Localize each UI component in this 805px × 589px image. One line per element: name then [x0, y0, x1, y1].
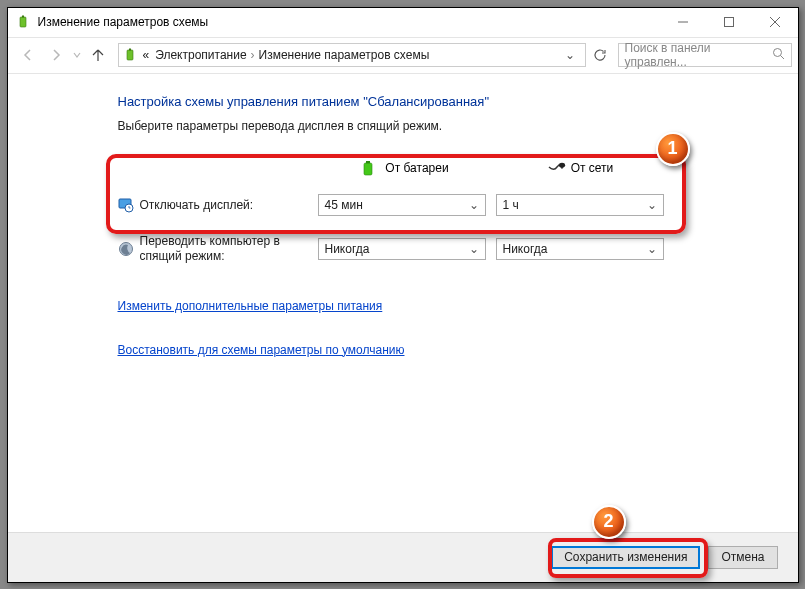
sleep-battery-select[interactable]: Никогда ⌄: [318, 238, 486, 260]
link-restore-defaults[interactable]: Восстановить для схемы параметры по умол…: [118, 343, 405, 357]
chevron-right-icon: ›: [251, 48, 255, 62]
refresh-button[interactable]: [586, 48, 614, 62]
maximize-button[interactable]: [706, 7, 752, 37]
row-sleep-label: Переводить компьютер в спящий режим:: [140, 234, 318, 264]
links-block: Изменить дополнительные параметры питани…: [118, 299, 770, 373]
window-title: Изменение параметров схемы: [38, 15, 660, 29]
sleep-battery-value: Никогда: [325, 242, 370, 256]
chevron-down-icon: ⌄: [469, 198, 479, 212]
battery-icon: [361, 160, 377, 176]
titlebar: Изменение параметров схемы: [8, 8, 798, 38]
window-controls: [660, 7, 798, 37]
save-button[interactable]: Сохранить изменения: [551, 546, 700, 569]
row-display-label: Отключать дисплей:: [140, 198, 254, 212]
column-ac-label: От сети: [571, 161, 614, 175]
annotation-badge-2: 2: [592, 505, 626, 539]
page-title: Настройка схемы управления питанием "Сба…: [118, 94, 770, 109]
svg-line-9: [780, 56, 784, 60]
breadcrumb-item[interactable]: Изменение параметров схемы: [259, 48, 430, 62]
svg-rect-1: [22, 16, 24, 18]
grid-header: От батареи От сети: [118, 151, 678, 185]
settings-grid: От батареи От сети Отключать дисплей:: [118, 151, 678, 273]
svg-rect-6: [127, 50, 133, 60]
content: Настройка схемы управления питанием "Сба…: [8, 74, 798, 532]
svg-rect-11: [366, 161, 370, 163]
forward-button[interactable]: [42, 41, 70, 69]
close-button[interactable]: [752, 7, 798, 37]
sleep-ac-value: Никогда: [503, 242, 548, 256]
svg-rect-10: [364, 163, 372, 175]
search-icon: [772, 47, 785, 63]
column-ac: От сети: [493, 160, 668, 176]
display-ac-value: 1 ч: [503, 198, 519, 212]
svg-point-12: [559, 162, 565, 166]
svg-rect-3: [724, 18, 733, 27]
svg-rect-7: [129, 49, 131, 51]
column-battery-label: От батареи: [385, 161, 448, 175]
page-subtitle: Выберите параметры перевода дисплея в сп…: [118, 119, 770, 133]
display-ac-select[interactable]: 1 ч ⌄: [496, 194, 664, 216]
recent-dropdown[interactable]: [70, 41, 84, 69]
chevron-down-icon[interactable]: ⌄: [559, 48, 581, 62]
sleep-icon: [118, 241, 134, 257]
footer: Сохранить изменения Отмена 2: [8, 532, 798, 582]
breadcrumb[interactable]: « Электропитание › Изменение параметров …: [118, 43, 586, 67]
minimize-button[interactable]: [660, 7, 706, 37]
breadcrumb-item[interactable]: Электропитание: [155, 48, 246, 62]
power-options-icon: [16, 14, 32, 30]
sleep-ac-select[interactable]: Никогда ⌄: [496, 238, 664, 260]
chevron-down-icon: ⌄: [647, 242, 657, 256]
svg-point-8: [773, 49, 781, 57]
row-display: Отключать дисплей: 45 мин ⌄ 1 ч ⌄: [118, 185, 678, 225]
navbar: « Электропитание › Изменение параметров …: [8, 38, 798, 74]
power-options-icon: [123, 47, 139, 63]
display-battery-select[interactable]: 45 мин ⌄: [318, 194, 486, 216]
window: Изменение параметров схемы: [7, 7, 799, 583]
row-display-label-cell: Отключать дисплей:: [118, 197, 318, 213]
monitor-clock-icon: [118, 197, 134, 213]
svg-rect-0: [20, 17, 26, 27]
chevron-down-icon: ⌄: [647, 198, 657, 212]
annotation-badge-1: 1: [656, 132, 690, 166]
up-button[interactable]: [84, 41, 112, 69]
cancel-button[interactable]: Отмена: [708, 546, 777, 569]
display-battery-value: 45 мин: [325, 198, 363, 212]
column-battery: От батареи: [318, 160, 493, 176]
search-placeholder: Поиск в панели управлен...: [625, 41, 772, 69]
cancel-button-label: Отмена: [721, 550, 764, 564]
back-button[interactable]: [14, 41, 42, 69]
row-sleep-label-cell: Переводить компьютер в спящий режим:: [118, 234, 318, 264]
plug-icon: [547, 160, 563, 176]
link-advanced-settings[interactable]: Изменить дополнительные параметры питани…: [118, 299, 383, 313]
chevron-down-icon: ⌄: [469, 242, 479, 256]
search-input[interactable]: Поиск в панели управлен...: [618, 43, 792, 67]
save-button-label: Сохранить изменения: [564, 550, 687, 564]
breadcrumb-root[interactable]: «: [143, 48, 150, 62]
row-sleep: Переводить компьютер в спящий режим: Ник…: [118, 225, 678, 273]
